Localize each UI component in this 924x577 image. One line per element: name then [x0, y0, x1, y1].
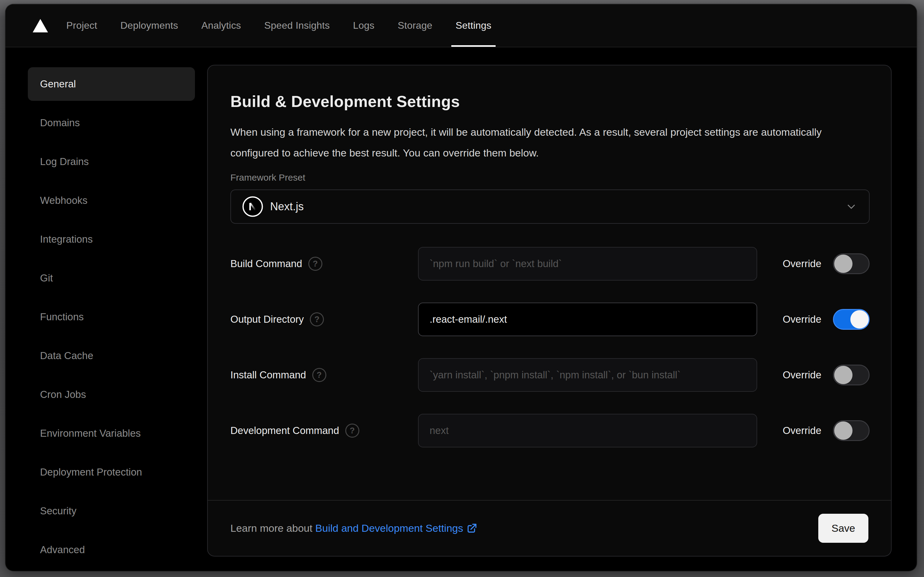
sidebar-item-advanced[interactable]: Advanced	[28, 533, 195, 567]
tab-settings-label: Settings	[456, 20, 491, 31]
development-command-input[interactable]	[418, 414, 757, 447]
top-navigation: Project Deployments Analytics Speed Insi…	[5, 4, 917, 47]
toggle-knob	[850, 310, 869, 329]
learn-more-prefix: Learn more about	[230, 522, 312, 534]
tab-deployments[interactable]: Deployments	[121, 4, 178, 47]
tab-storage[interactable]: Storage	[398, 4, 432, 47]
tab-speed-insights[interactable]: Speed Insights	[264, 4, 330, 47]
tab-logs[interactable]: Logs	[353, 4, 374, 47]
external-link-icon	[466, 523, 477, 534]
override-label: Override	[782, 425, 821, 437]
output-directory-label: Output Directory	[230, 314, 304, 325]
tab-settings[interactable]: Settings	[456, 4, 491, 47]
nav-tabs: Project Deployments Analytics Speed Insi…	[66, 4, 491, 47]
help-icon[interactable]: ?	[310, 312, 324, 326]
build-command-label: Build Command	[230, 258, 302, 269]
learn-more-text: Learn more about Build and Development S…	[230, 522, 477, 534]
section-description: When using a framework for a new project…	[230, 122, 848, 163]
override-label: Override	[782, 369, 821, 381]
output-directory-input[interactable]	[418, 303, 757, 336]
framework-preset-label: Framework Preset	[230, 172, 868, 183]
sidebar-item-webhooks[interactable]: Webhooks	[28, 184, 195, 217]
toggle-knob	[834, 366, 853, 384]
install-command-override-toggle[interactable]	[833, 364, 869, 385]
development-command-label: Development Command	[230, 425, 339, 437]
install-command-label: Install Command	[230, 369, 306, 381]
sidebar-item-environment-variables[interactable]: Environment Variables	[28, 417, 195, 450]
tab-analytics[interactable]: Analytics	[201, 4, 241, 47]
settings-sidebar: General Domains Log Drains Webhooks Inte…	[5, 48, 207, 571]
sidebar-item-log-drains[interactable]: Log Drains	[28, 145, 195, 179]
build-command-input[interactable]	[418, 247, 757, 280]
sidebar-item-domains[interactable]: Domains	[28, 106, 195, 140]
sidebar-item-cron-jobs[interactable]: Cron Jobs	[28, 378, 195, 411]
development-command-row: Development Command ? Override	[230, 414, 869, 447]
build-command-row: Build Command ? Override	[230, 247, 869, 280]
output-directory-override-toggle[interactable]	[833, 309, 869, 330]
save-button[interactable]: Save	[818, 514, 868, 543]
toggle-knob	[834, 421, 853, 440]
override-label: Override	[782, 258, 821, 269]
framework-preset-select[interactable]: Next.js	[230, 190, 869, 224]
link-label: Build and Development Settings	[316, 522, 463, 534]
chevron-down-icon	[845, 200, 858, 213]
toggle-knob	[834, 255, 853, 273]
help-icon[interactable]: ?	[308, 257, 322, 271]
sidebar-item-integrations[interactable]: Integrations	[28, 222, 195, 256]
help-icon[interactable]: ?	[345, 424, 359, 438]
page-title: Build & Development Settings	[230, 92, 868, 111]
install-command-row: Install Command ? Override	[230, 358, 869, 392]
sidebar-item-git[interactable]: Git	[28, 261, 195, 295]
nextjs-logo-icon	[242, 196, 263, 217]
build-settings-docs-link[interactable]: Build and Development Settings	[316, 522, 477, 534]
app-window: Project Deployments Analytics Speed Insi…	[5, 4, 917, 571]
install-command-input[interactable]	[418, 358, 757, 392]
sidebar-item-functions[interactable]: Functions	[28, 300, 195, 334]
vercel-logo-icon[interactable]	[33, 19, 48, 32]
override-label: Override	[782, 314, 821, 325]
sidebar-item-security[interactable]: Security	[28, 494, 195, 528]
sidebar-item-deployment-protection[interactable]: Deployment Protection	[28, 455, 195, 489]
framework-preset-value: Next.js	[270, 200, 304, 213]
active-tab-underline	[451, 45, 496, 47]
help-icon[interactable]: ?	[312, 368, 326, 382]
tab-project[interactable]: Project	[66, 4, 97, 47]
development-command-override-toggle[interactable]	[833, 420, 869, 441]
build-command-override-toggle[interactable]	[833, 253, 869, 274]
sidebar-item-general[interactable]: General	[28, 67, 195, 101]
build-settings-card: Build & Development Settings When using …	[207, 65, 892, 556]
sidebar-item-data-cache[interactable]: Data Cache	[28, 339, 195, 372]
output-directory-row: Output Directory ? Override	[230, 303, 869, 336]
card-footer: Learn more about Build and Development S…	[208, 500, 891, 556]
